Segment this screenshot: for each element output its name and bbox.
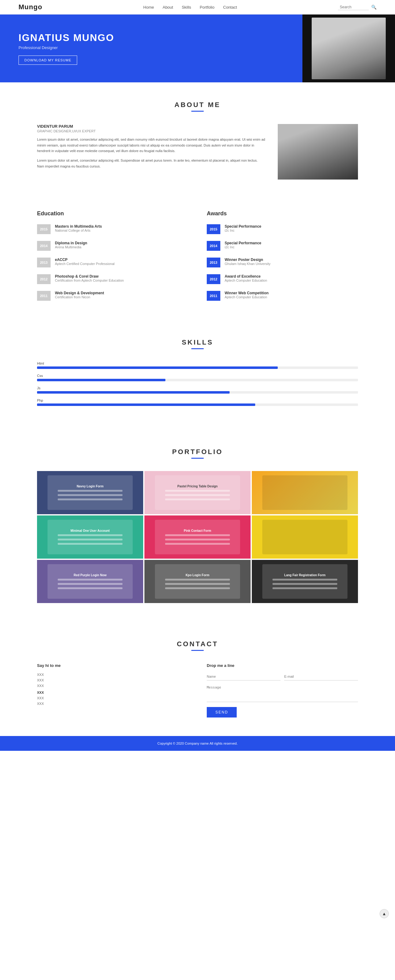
portfolio-item[interactable]: Pastel Pricing Table Design (145, 471, 250, 514)
contact-info-item: XXX (37, 678, 188, 682)
edu-info: Web Design & Development Certification f… (55, 291, 104, 299)
portfolio-grid: Navvy Login FormPastel Pricing Table Des… (37, 471, 358, 603)
edu-sub: Aptech Certified Computer Professional (55, 262, 115, 266)
mock-line (58, 579, 123, 581)
portfolio-item[interactable]: Navvy Login Form (37, 471, 143, 514)
email-input[interactable] (284, 673, 358, 681)
skill-item: Css (37, 374, 358, 381)
portfolio-item[interactable]: Kpo Login Form (145, 560, 250, 603)
nav-links: Home About Skills Portfolio Contact (143, 5, 237, 10)
hero-content: IGNATIUS MUNGO Professional Designer DOW… (0, 20, 303, 77)
skill-label: Php (37, 399, 358, 402)
mock-line (165, 490, 230, 492)
award-year: 2013 (207, 258, 220, 267)
contact-right-title: Drop me a line (207, 663, 358, 668)
edu-year: 2014 (37, 241, 51, 251)
portfolio-item[interactable]: Red Purple Login Now (37, 560, 143, 603)
portfolio-item-label: Kpo Login Form (185, 573, 209, 577)
mock-line (165, 494, 230, 496)
site-logo[interactable]: Mungo (19, 3, 42, 11)
edu-title: Diploma in Design (55, 241, 87, 245)
contact-info-item: XXX (37, 684, 188, 687)
mock-line (165, 583, 230, 585)
mock-line (165, 587, 230, 589)
portfolio-mock: Minimal One User Account (48, 520, 132, 554)
education-item: 2013 eACCP Aptech Certified Computer Pro… (37, 258, 188, 267)
contact-section: CONTACT Say hi to me XXXXXXXXXXXXXXXXXX … (0, 622, 395, 736)
portfolio-item-label: Pink Contact Form (184, 529, 211, 532)
nav-contact[interactable]: Contact (223, 5, 237, 10)
edu-year: 2012 (37, 274, 51, 284)
about-role: GRAPHIC DESIGNER,UI/UX EXPERT (37, 129, 265, 133)
skill-label: Html (37, 361, 358, 365)
portfolio-mock: Kpo Login Form (155, 564, 240, 599)
award-info: Winner Web Competition Aptech Computer E… (225, 291, 269, 299)
portfolio-item[interactable] (252, 515, 358, 558)
portfolio-section: PORTFOLIO Navvy Login FormPastel Pricing… (0, 430, 395, 622)
mock-line (272, 583, 338, 585)
search-button[interactable]: 🔍 (371, 5, 376, 10)
award-item: 2012 Award of Excellence Aptech Computer… (207, 274, 358, 284)
search-input[interactable] (338, 4, 369, 10)
edu-info: Photoshop & Corel Draw Certification fro… (55, 274, 124, 282)
mock-line (58, 583, 123, 585)
skills-title: SKILLS (37, 338, 358, 347)
name-input[interactable] (207, 673, 280, 681)
award-title: Award of Excellence (225, 274, 267, 278)
mock-line (58, 543, 123, 545)
navbar: Mungo Home About Skills Portfolio Contac… (0, 0, 395, 14)
mock-line (58, 498, 123, 500)
edu-info: eACCP Aptech Certified Computer Professi… (55, 258, 115, 266)
portfolio-item-label: Navvy Login Form (76, 485, 104, 488)
footer: Copyright © 2020 Company name All rights… (0, 736, 395, 751)
nav-about[interactable]: About (162, 5, 173, 10)
award-year: 2012 (207, 274, 220, 284)
edu-sub: Certification from Aptech Computer Educa… (55, 278, 124, 282)
download-resume-button[interactable]: DOWNLOAD MY RESUME (19, 56, 77, 65)
award-info: Special Performance i2c Inc (225, 241, 261, 249)
award-info: Winner Poster Design Ghulam Ishaq Khan U… (225, 258, 271, 266)
contact-info-item: XXX (37, 673, 188, 676)
edu-awards-section: Education 2015 Masters in Multimedia Art… (0, 198, 395, 320)
portfolio-item-label: Pastel Pricing Table Design (177, 485, 218, 488)
skill-fill (37, 366, 278, 369)
about-video[interactable]: ▶ (278, 124, 358, 180)
award-info: Special Performance i2c Inc (225, 224, 261, 232)
contact-info-item: XXX (37, 690, 188, 694)
skill-label: Css (37, 374, 358, 377)
education-item: 2015 Masters in Multimedia Arts National… (37, 224, 188, 234)
hero-title: IGNATIUS MUNGO (19, 32, 284, 43)
hero-subtitle: Professional Designer (19, 45, 284, 50)
edu-year: 2013 (37, 258, 51, 267)
mock-line (272, 579, 338, 581)
about-para1: Lorem ipsum dolor sit amet, consectetur … (37, 137, 265, 154)
skill-bar (37, 366, 358, 369)
nav-portfolio[interactable]: Portfolio (200, 5, 215, 10)
portfolio-item[interactable]: Lang Fair Registration Form (252, 560, 358, 603)
nav-home[interactable]: Home (143, 5, 154, 10)
contact-form: SEND (207, 673, 358, 718)
portfolio-item[interactable]: Minimal One User Account (37, 515, 143, 558)
award-title: Winner Poster Design (225, 258, 271, 262)
skills-divider (191, 348, 204, 349)
portfolio-item[interactable]: Pink Contact Form (145, 515, 250, 558)
message-input[interactable] (207, 684, 358, 702)
contact-left-items: XXXXXXXXXXXXXXXXXX (37, 673, 188, 705)
nav-skills[interactable]: Skills (182, 5, 191, 10)
edu-sub: National College of Arts (55, 229, 102, 232)
portfolio-divider (191, 458, 204, 459)
award-item: 2014 Special Performance i2c Inc (207, 241, 358, 251)
send-button[interactable]: SEND (207, 707, 237, 718)
award-sub: i2c Inc (225, 245, 261, 249)
about-title: ABOUT ME (37, 101, 358, 109)
mock-line (165, 539, 230, 541)
portfolio-mock: Lang Fair Registration Form (262, 564, 347, 599)
awards-column: Awards 2015 Special Performance i2c Inc … (207, 210, 358, 307)
award-sub: Aptech Computer Education (225, 278, 267, 282)
portfolio-mock (262, 475, 347, 510)
portfolio-mock: Pink Contact Form (155, 520, 240, 554)
footer-text: Copyright © 2020 Company name All rights… (158, 741, 237, 745)
portfolio-item[interactable] (252, 471, 358, 514)
contact-columns: Say hi to me XXXXXXXXXXXXXXXXXX Drop me … (37, 663, 358, 718)
hero-section: IGNATIUS MUNGO Professional Designer DOW… (0, 14, 395, 82)
